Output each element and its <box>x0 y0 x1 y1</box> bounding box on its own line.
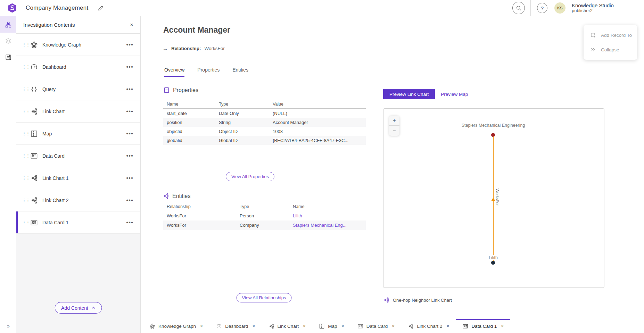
close-tab-icon[interactable]: × <box>341 323 344 329</box>
preview-toggle-button[interactable]: Preview Link Chart <box>383 89 435 99</box>
arrow-right-icon: → <box>163 45 168 51</box>
bottom-tab[interactable]: Link Chart 2 × <box>401 319 456 333</box>
bottom-tab-label: Data Card <box>366 324 388 329</box>
col-header: Type <box>215 102 269 107</box>
context-menu-item[interactable]: Collapse <box>584 42 637 57</box>
entity-name-link[interactable]: Staplers Mechanical Eng... <box>289 223 366 228</box>
bottom-tab-label: Link Chart 2 <box>417 324 442 329</box>
edit-title-icon[interactable] <box>97 5 104 11</box>
bottom-tab-label: Link Chart <box>278 324 299 329</box>
content-list: ⋮⋮ Knowledge Graph ••• ⋮⋮ Dashboard ••• … <box>16 34 140 234</box>
drag-handle[interactable]: ⋮⋮ <box>22 131 27 136</box>
context-menu-item-label: Add Record To <box>601 33 632 38</box>
content-list-item[interactable]: ⋮⋮ Link Chart 1 ••• <box>16 167 140 189</box>
zoom-in-button[interactable]: + <box>389 116 399 126</box>
drag-handle[interactable]: ⋮⋮ <box>22 175 27 181</box>
bottom-tab[interactable]: Data Card × <box>351 319 402 333</box>
detail-tab[interactable]: Entities <box>232 67 248 77</box>
detail-tab[interactable]: Overview <box>164 67 184 77</box>
rail-item-contents[interactable] <box>0 16 16 33</box>
zoom-out-button[interactable]: − <box>389 126 399 136</box>
drag-handle[interactable]: ⋮⋮ <box>22 64 27 69</box>
property-row[interactable]: objectid Object ID 1008 <box>163 127 366 136</box>
content-list-item[interactable]: ⋮⋮ Query ••• <box>16 78 140 100</box>
context-menu-item-label: Collapse <box>601 47 619 52</box>
item-overflow-menu-icon[interactable]: ••• <box>126 64 133 70</box>
drag-handle[interactable]: ⋮⋮ <box>22 109 27 114</box>
entity-row[interactable]: WorksFor Company Staplers Mechanical Eng… <box>163 220 366 230</box>
item-overflow-menu-icon[interactable]: ••• <box>126 152 133 159</box>
content-list-item[interactable]: ⋮⋮ Data Card 1 ••• <box>16 211 140 234</box>
bottom-tab[interactable]: Dashboard × <box>209 319 262 333</box>
close-tab-icon[interactable]: × <box>252 323 255 329</box>
rail-item-layers[interactable] <box>0 33 16 49</box>
content-list-item[interactable]: ⋮⋮ Knowledge Graph ••• <box>16 34 140 56</box>
entities-icon <box>163 193 169 199</box>
bottom-node-dot[interactable] <box>491 261 495 265</box>
context-menu-item[interactable]: Add Record To <box>584 28 637 42</box>
property-row[interactable]: globalid Global ID {BEC2A1B4-BA25-4CFF-8… <box>163 136 366 145</box>
drag-handle[interactable]: ⋮⋮ <box>22 198 27 203</box>
bottom-tab[interactable]: Map × <box>312 319 350 333</box>
close-panel-icon[interactable]: × <box>130 22 133 28</box>
search-button[interactable] <box>512 2 525 14</box>
content-list-item[interactable]: ⋮⋮ Link Chart ••• <box>16 100 140 123</box>
content-list-item[interactable]: ⋮⋮ Dashboard ••• <box>16 56 140 78</box>
entities-table: Relationship Type Name WorksFor Person L… <box>163 202 366 230</box>
hierarchy-icon <box>5 21 12 28</box>
property-value: (NULL) <box>269 111 366 116</box>
content-list-item[interactable]: ⋮⋮ Data Card ••• <box>16 145 140 167</box>
entity-relationship: WorksFor <box>163 223 236 228</box>
close-tab-icon[interactable]: × <box>200 323 203 329</box>
property-row[interactable]: start_date Date Only (NULL) <box>163 109 366 118</box>
expand-panel-icon[interactable]: » <box>0 323 16 329</box>
bottom-node-label[interactable]: Lilith <box>488 255 499 260</box>
item-overflow-menu-icon[interactable]: ••• <box>126 197 133 204</box>
bottom-tab[interactable]: Link Chart × <box>262 319 313 333</box>
help-button[interactable]: ? <box>537 3 547 13</box>
link-chart-preview[interactable]: + − Staplers Mechanical Engineering Work… <box>383 108 604 288</box>
close-tab-icon[interactable]: × <box>303 323 306 329</box>
property-name: start_date <box>163 111 215 116</box>
add-content-button[interactable]: Add Content <box>55 302 102 314</box>
content-item-icon <box>30 152 38 160</box>
entity-row[interactable]: WorksFor Person Lilith <box>163 211 366 220</box>
entity-name-link[interactable]: Lilith <box>289 213 366 218</box>
close-tab-icon[interactable]: × <box>446 323 449 329</box>
item-overflow-menu-icon[interactable]: ••• <box>126 130 133 137</box>
property-row[interactable]: position String Account Manager <box>163 118 366 127</box>
close-tab-icon[interactable]: × <box>501 323 504 329</box>
close-tab-icon[interactable]: × <box>392 323 395 329</box>
detail-tab[interactable]: Properties <box>197 67 220 77</box>
edge-label[interactable]: WorksFor <box>495 188 499 207</box>
content-item-icon <box>30 41 38 49</box>
drag-handle[interactable]: ⋮⋮ <box>22 86 27 92</box>
item-overflow-menu-icon[interactable]: ••• <box>126 41 133 48</box>
bottom-tab[interactable]: Data Card 1 × <box>456 319 510 333</box>
item-overflow-menu-icon[interactable]: ••• <box>126 86 133 93</box>
app-logo-icon[interactable] <box>7 3 17 13</box>
col-header: Name <box>289 204 366 209</box>
drag-handle[interactable]: ⋮⋮ <box>22 220 27 225</box>
item-overflow-menu-icon[interactable]: ••• <box>126 108 133 115</box>
item-overflow-menu-icon[interactable]: ••• <box>126 175 133 182</box>
top-node-label[interactable]: Staplers Mechanical Engineering <box>461 123 526 128</box>
content-item-icon <box>30 197 38 204</box>
drag-handle[interactable]: ⋮⋮ <box>22 42 27 47</box>
avatar[interactable]: KS <box>554 2 565 14</box>
page-title: Account Manager <box>163 25 230 35</box>
view-all-properties-button[interactable]: View All Properties <box>226 172 274 181</box>
item-overflow-menu-icon[interactable]: ••• <box>126 219 133 226</box>
bottom-tab[interactable]: Knowledge Graph × <box>143 319 209 333</box>
main-content: Account Manager → Relationship: WorksFor… <box>141 16 644 319</box>
entities-table-header: Relationship Type Name <box>163 202 366 211</box>
view-all-relationships-button[interactable]: View All Relationships <box>237 293 292 302</box>
drag-handle[interactable]: ⋮⋮ <box>22 153 27 158</box>
content-list-item[interactable]: ⋮⋮ Map ••• <box>16 123 140 145</box>
user-block[interactable]: Knowledge Studio publisher2 <box>572 2 644 14</box>
rail-item-save[interactable] <box>0 49 16 65</box>
content-item-icon <box>30 219 38 226</box>
content-item-icon <box>30 174 38 182</box>
preview-toggle-button[interactable]: Preview Map <box>435 89 474 99</box>
content-list-item[interactable]: ⋮⋮ Link Chart 2 ••• <box>16 189 140 211</box>
